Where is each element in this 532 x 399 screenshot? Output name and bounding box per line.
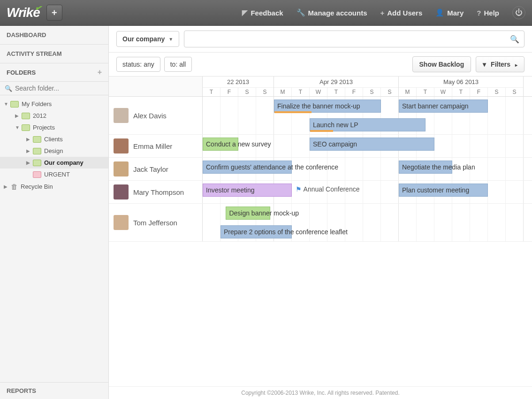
manage-accounts-link[interactable]: 🔧 Manage accounts (296, 8, 367, 17)
timeline-date-header: 22 2013TFSSApr 29 2013MTWTFSSMay 06 2013… (203, 77, 532, 96)
milestone-label: Annual Conference (304, 185, 360, 193)
folder-icon (33, 148, 41, 154)
flag-icon: ⚑ (296, 185, 302, 193)
folder-urgent[interactable]: URGENT (0, 169, 108, 180)
task-bar[interactable]: SEO campaign (310, 138, 434, 151)
timeline-row: Emma MillerConduct a new surveySEO campa… (109, 135, 532, 158)
week-block: May 06 2013MTWTFSS (399, 77, 524, 96)
folder-clients[interactable]: ▶ Clients (0, 133, 108, 145)
task-search-input[interactable] (189, 35, 510, 43)
person-name: Alex Davis (133, 112, 167, 120)
day-header-cell: F (345, 88, 363, 96)
task-bar[interactable]: Conduct a new survey (203, 138, 238, 151)
task-bar[interactable]: Start banner campaign (399, 100, 488, 113)
show-backlog-button[interactable]: Show Backlog (412, 56, 471, 72)
wrench-icon: 🔧 (296, 8, 305, 17)
timeline: 22 2013TFSSApr 29 2013MTWTFSSMay 06 2013… (109, 77, 532, 386)
task-label: Prepare 2 options of the conference leaf… (224, 228, 348, 236)
plus-icon: + (380, 9, 384, 17)
task-bar[interactable]: Plan customer meeting (399, 184, 488, 197)
task-bar[interactable]: Prepare 2 options of the conference leaf… (220, 225, 292, 238)
timeline-body[interactable]: Alex DavisFinalize the banner mock-upSta… (109, 97, 532, 386)
status-filter-chip[interactable]: status: any (116, 57, 160, 72)
tasks-cell: Confirm guests' attendance at the confer… (203, 158, 532, 180)
day-header-cell: S (488, 88, 506, 96)
sidebar-tab-activity[interactable]: ACTIVITY STREAM (0, 45, 108, 63)
day-header-cell: S (506, 88, 523, 96)
task-label: Start banner campaign (402, 102, 469, 110)
folder-dropdown[interactable]: Our company ▼ (116, 31, 179, 47)
task-search[interactable]: 🔍 (184, 31, 524, 47)
toolbar-filters: status: any to: all Show Backlog ▾ Filte… (109, 53, 532, 77)
task-bar[interactable]: Investor meeting (203, 184, 292, 197)
person-cell[interactable]: Tom Jefferson (109, 204, 203, 241)
current-user-link[interactable]: 👤 Mary (435, 8, 464, 17)
feedback-link[interactable]: ◤ Feedback (242, 8, 283, 17)
assignee-filter-chip[interactable]: to: all (164, 57, 192, 72)
help-label: Help (484, 9, 499, 17)
person-cell[interactable]: Mary Thompson (109, 181, 203, 203)
folder-label: Clients (44, 136, 63, 143)
sidebar: DASHBOARD ACTIVITY STREAM FOLDERS + 🔍 ▼ … (0, 26, 109, 399)
caret-right-icon: ▶ (15, 113, 21, 118)
task-lane: Finalize the banner mock-upStart banner … (203, 97, 532, 115)
tasks-cell: Conduct a new surveySEO campaign (203, 135, 532, 157)
timeline-row: Alex DavisFinalize the banner mock-upSta… (109, 97, 532, 135)
person-cell[interactable]: Jack Taylor (109, 158, 203, 180)
day-header-cell: T (417, 88, 434, 96)
brand-logo: Wrike ✔ (7, 5, 40, 20)
add-folder-button[interactable]: + (98, 68, 102, 77)
day-header-cell: M (274, 88, 292, 96)
help-link[interactable]: ? Help (477, 9, 499, 17)
task-bar[interactable]: Confirm guests' attendance at the confer… (203, 161, 292, 174)
avatar (114, 215, 129, 230)
person-cell[interactable]: Emma Miller (109, 135, 203, 157)
task-progress (310, 130, 333, 132)
week-block: 22 2013TFSS (203, 77, 274, 96)
task-label: Investor meeting (206, 186, 255, 194)
day-header-cell: T (203, 88, 220, 96)
global-add-button[interactable]: + (46, 5, 62, 21)
search-icon[interactable]: 🔍 (510, 35, 519, 44)
day-header-cell: T (327, 88, 345, 96)
power-icon: ⏻ (515, 8, 523, 17)
folder-our-company[interactable]: ▶ Our company (0, 157, 108, 169)
task-bar[interactable]: Negotiate the media plan (399, 161, 452, 174)
task-bar[interactable]: Launch new LP (310, 118, 426, 131)
task-lane: Investor meeting⚑Annual ConferencePlan c… (203, 181, 532, 200)
feedback-label: Feedback (251, 9, 283, 17)
day-header-cell: F (220, 88, 238, 96)
avatar (114, 108, 129, 123)
milestone[interactable]: ⚑Annual Conference (296, 185, 360, 193)
folder-tree: ▼ My Folders ▶ 2012 ▼ Projects ▶ Clients… (0, 95, 108, 195)
day-header-cell: T (452, 88, 470, 96)
person-name: Jack Taylor (133, 165, 168, 173)
folder-recycle-bin[interactable]: ▶ 🗑 Recycle Bin (0, 180, 108, 192)
filters-button[interactable]: ▾ Filters ▸ (476, 56, 524, 72)
caret-down-icon: ▼ (15, 125, 21, 130)
sidebar-folders-header: FOLDERS + (0, 63, 108, 82)
folder-search[interactable]: 🔍 (0, 82, 108, 95)
caret-right-icon: ▶ (26, 148, 32, 153)
person-cell[interactable]: Alex Davis (109, 97, 203, 134)
task-lane: Design banner mock-up (203, 204, 532, 223)
person-name: Emma Miller (133, 142, 172, 150)
sidebar-tab-reports[interactable]: REPORTS (0, 382, 108, 399)
folder-projects[interactable]: ▼ Projects (0, 122, 108, 133)
folder-my-folders[interactable]: ▼ My Folders (0, 98, 108, 110)
question-icon: ? (477, 9, 481, 17)
week-block: Apr 29 2013MTWTFSS (274, 77, 399, 96)
folder-design[interactable]: ▶ Design (0, 145, 108, 157)
folder-icon (22, 124, 30, 131)
add-users-link[interactable]: + Add Users (380, 9, 422, 17)
chevron-down-icon: ▼ (168, 37, 173, 42)
chevron-right-icon: ▸ (515, 62, 517, 68)
folder-search-input[interactable] (15, 84, 104, 92)
paper-plane-icon: ◤ (242, 8, 248, 17)
logout-button[interactable]: ⏻ (512, 6, 525, 19)
task-bar[interactable]: Finalize the banner mock-up (274, 100, 381, 113)
sidebar-tab-dashboard[interactable]: DASHBOARD (0, 26, 108, 45)
task-bar[interactable]: Design banner mock-up (226, 207, 270, 220)
folder-2012[interactable]: ▶ 2012 (0, 110, 108, 122)
folder-icon (10, 101, 19, 107)
